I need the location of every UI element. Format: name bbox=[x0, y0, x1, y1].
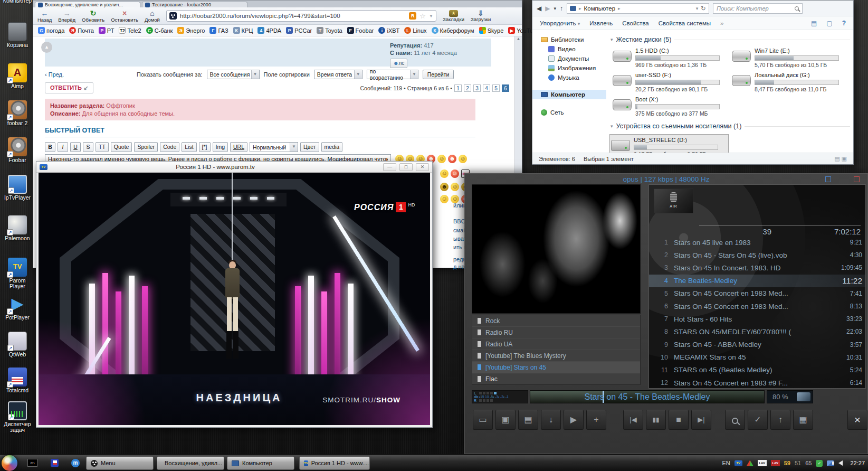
language-indicator[interactable]: EN bbox=[722, 460, 730, 466]
playlist-view-button[interactable]: ▦ bbox=[793, 410, 813, 430]
speaker-icon[interactable] bbox=[838, 460, 843, 466]
prev-page-link[interactable]: ‹ Пред. bbox=[45, 71, 64, 78]
track-row[interactable]: 10MEGAMIX Stars on 4510:31 bbox=[649, 351, 865, 364]
tv-video-area[interactable]: РОССИЯ 1 HD НАЕЗДНИЦА SMOTRIM.RU/SHOW bbox=[39, 173, 430, 425]
drive-c[interactable]: 1.5 HDD (C:) 969 ГБ свободно из 1,36 ТБ bbox=[612, 46, 731, 71]
properties-button[interactable]: Свойства bbox=[622, 20, 649, 26]
pause-button[interactable]: ▮▮ bbox=[646, 410, 666, 430]
browser-tab-2[interactable]: Тестирование - foobar2000 bbox=[142, 2, 247, 7]
desktop-icon-task-manager[interactable]: ↗ Диспетчер задач bbox=[2, 401, 33, 433]
track-row[interactable]: 5Stars On 45 Concert en 1983 Med...7:41 bbox=[649, 287, 865, 300]
search-box[interactable]: Поиск: Компьютер bbox=[713, 3, 803, 14]
bookmark-kiberforum[interactable]: ККиберфорум bbox=[432, 27, 474, 34]
smiley-cool[interactable]: ☻ bbox=[440, 183, 449, 191]
address-bar[interactable]: ▸ Компьютер ▸ ▾ ↻ bbox=[567, 3, 709, 14]
code-button[interactable]: Code bbox=[160, 142, 179, 152]
tv-titlebar[interactable]: TV Россия 1 HD - www.parom.tv — □ ✕ bbox=[36, 162, 432, 173]
bookmark-energo[interactable]: ЭЭнерго bbox=[177, 27, 205, 34]
close-button[interactable]: ✕ bbox=[416, 163, 429, 171]
bookmark-pogoda[interactable]: Gпогода bbox=[38, 27, 64, 34]
up-button[interactable]: ↑ bbox=[770, 410, 790, 430]
hard-disks-group-header[interactable]: ▾ Жесткие диски (5) bbox=[611, 36, 850, 43]
drive-x[interactable]: Boot (X:) 375 МБ свободно из 377 МБ bbox=[612, 95, 731, 119]
start-button[interactable] bbox=[2, 455, 17, 471]
nav-history-icon[interactable]: ▾ bbox=[554, 6, 556, 11]
desktop-icon-qtweb[interactable]: ↗ QtWeb bbox=[2, 332, 33, 357]
sidebar-computer[interactable]: Компьютер bbox=[532, 90, 606, 99]
url-button[interactable]: URL bbox=[230, 142, 247, 152]
bookmark-rt[interactable]: РРТ bbox=[99, 27, 115, 34]
track-row[interactable]: 9Stars On 45 - ABBA Medley3:57 bbox=[649, 338, 865, 351]
check-button[interactable]: ✓ bbox=[748, 410, 768, 430]
rss-icon[interactable]: R bbox=[409, 12, 416, 20]
taskbar-button-computer[interactable]: Компьютер bbox=[227, 456, 294, 470]
safely-remove-icon[interactable]: ✓ bbox=[816, 460, 823, 467]
scroll-top-button[interactable]: ▲ bbox=[41, 42, 52, 53]
back-button[interactable]: ←Назад bbox=[37, 10, 52, 23]
list-button[interactable]: List bbox=[182, 142, 196, 152]
list-item-button[interactable]: [*] bbox=[199, 142, 211, 152]
page-5[interactable]: 5 bbox=[492, 84, 500, 92]
track-row-playing[interactable]: 4The Beatles-Medley11:22 bbox=[649, 275, 865, 287]
bookmark-pochta[interactable]: ЯПочта bbox=[69, 27, 94, 34]
seekbar[interactable]: Stars on 45 - The Beatles-Medley bbox=[530, 390, 765, 403]
home-button[interactable]: ⌂Домой bbox=[145, 10, 160, 23]
smiley-doubt[interactable]: ☺ bbox=[440, 195, 449, 203]
minimize-button[interactable] bbox=[825, 176, 831, 182]
help-icon[interactable]: ? bbox=[842, 20, 846, 27]
media-button[interactable]: media bbox=[321, 142, 343, 152]
track-row[interactable]: 2Stars On 45 - Stars On 45 (live).vob4:3… bbox=[649, 249, 865, 261]
bookmark-pccar[interactable]: PPCCar bbox=[286, 27, 312, 34]
pm-button[interactable]: ☻лс bbox=[390, 59, 407, 68]
play-media-button[interactable]: ▶ bbox=[564, 410, 584, 430]
toolbar-overflow[interactable]: » bbox=[720, 20, 723, 26]
next-button[interactable]: ▶| bbox=[691, 410, 711, 430]
img-button[interactable]: Img bbox=[213, 142, 228, 152]
taskbar-button-browser[interactable]: Восхищение, удивл... bbox=[157, 456, 224, 470]
close-button[interactable] bbox=[854, 176, 860, 182]
quicklaunch-maxthon[interactable]: m bbox=[71, 459, 80, 467]
show-posts-select[interactable]: Все сообщения▼ bbox=[207, 70, 260, 79]
temp-indicator-2[interactable]: 51 bbox=[795, 460, 801, 466]
statusbar-view-icons[interactable]: ▤ ▣ bbox=[834, 155, 847, 162]
bookmark-tele2[interactable]: T2Tele2 bbox=[119, 27, 141, 34]
bookmark-skype[interactable]: Skype bbox=[479, 27, 504, 34]
stop-button[interactable]: ■ bbox=[669, 410, 689, 430]
tray-aimp-icon[interactable] bbox=[747, 460, 753, 466]
bookmark-ixbt[interactable]: iiXBT bbox=[378, 27, 399, 34]
track-row[interactable]: 1Stars on 45 live en 19839:21 bbox=[649, 236, 865, 249]
playlist-rock[interactable]: Rock bbox=[472, 315, 640, 327]
smiley-smirk[interactable]: ☺ bbox=[459, 155, 467, 163]
desktop-icon-aimp[interactable]: A↗ Aimp bbox=[2, 63, 33, 89]
track-row[interactable]: 12Stars On 45 Concert en 1983 #9 F...6:1… bbox=[649, 376, 865, 389]
color-button[interactable]: Цвет bbox=[300, 142, 319, 152]
library-button[interactable]: ▤ bbox=[518, 410, 538, 430]
playlist-blues-mystery[interactable]: [Youtube] The Blues Mystery bbox=[472, 350, 640, 362]
bookmark-4pda[interactable]: 44PDA bbox=[257, 27, 281, 34]
page-3[interactable]: 3 bbox=[473, 84, 481, 92]
strike-button[interactable]: S bbox=[83, 142, 93, 152]
download-button[interactable]: ↓ bbox=[541, 410, 561, 430]
page-1[interactable]: 1 bbox=[454, 84, 462, 92]
track-row[interactable]: 8STARS ON 45/MEDLEY/60'70'80'!!! (22:03 bbox=[649, 325, 865, 338]
sort-order-select[interactable]: по возрастанию▼ bbox=[367, 70, 418, 79]
system-properties-button[interactable]: Свойства системы bbox=[659, 20, 711, 26]
desktop-icon-potplayer[interactable]: ▶↗ PotPlayer bbox=[2, 295, 33, 321]
sidebar-images[interactable]: Изображения bbox=[532, 63, 606, 73]
stop-button[interactable]: ×Остановить bbox=[111, 10, 138, 23]
font-size-select[interactable]: Нормальный▼ bbox=[250, 142, 298, 152]
copy-button[interactable]: ▣ bbox=[495, 410, 516, 430]
drive-e[interactable]: Win7 Lite (E:) 5,70 ГБ свободно из 10,5 … bbox=[731, 46, 850, 71]
desktop-icon-palemoon[interactable]: ↗ Palemoon bbox=[2, 215, 33, 241]
clock[interactable]: 22:27 bbox=[850, 460, 865, 466]
sidebar-documents[interactable]: Документы bbox=[532, 54, 606, 63]
add-button[interactable]: + bbox=[586, 410, 606, 430]
playlist-stars-on-45[interactable]: [Youtube] Stars on 45 bbox=[472, 362, 640, 373]
quote-button[interactable]: Quote bbox=[111, 142, 132, 152]
desktop-icon-foobar[interactable]: ↗ Foobar bbox=[2, 137, 33, 163]
close-tool-button[interactable]: × bbox=[847, 410, 867, 430]
volume-knob[interactable] bbox=[797, 392, 810, 401]
nav-forward-icon[interactable]: ▶ bbox=[545, 5, 550, 12]
previous-button[interactable]: |◀ bbox=[623, 410, 643, 430]
search-button[interactable] bbox=[725, 410, 745, 430]
